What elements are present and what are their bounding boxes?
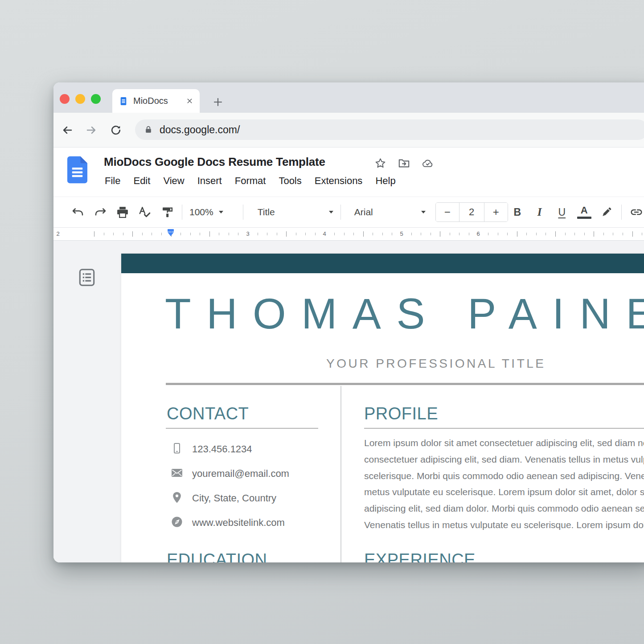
browser-tab[interactable]: MioDocs bbox=[112, 89, 200, 113]
menu-bar: File Edit View Insert Format Tools Exten… bbox=[105, 175, 396, 187]
toolbar-divider bbox=[621, 205, 622, 220]
forward-button[interactable] bbox=[85, 123, 98, 137]
profile-heading[interactable]: PROFILE bbox=[364, 405, 438, 422]
desktop-background: MioDocs docs bbox=[0, 0, 644, 644]
contact-email-row[interactable]: youremail@email.com bbox=[171, 467, 289, 480]
menu-file[interactable]: File bbox=[105, 175, 120, 187]
docs-header: MioDocs Google Docs Resume Template File… bbox=[53, 148, 644, 197]
column-divider bbox=[340, 386, 341, 562]
font-size-decrease-button[interactable]: − bbox=[436, 203, 459, 222]
chevron-down-icon bbox=[421, 211, 426, 213]
ruler: 1 2 3 4 5 6 bbox=[53, 228, 644, 241]
star-icon[interactable] bbox=[374, 157, 386, 169]
bold-button[interactable]: B bbox=[510, 205, 525, 220]
url-text[interactable]: docs.google.com/ bbox=[160, 124, 240, 136]
redo-icon[interactable] bbox=[93, 205, 108, 220]
tab-title: MioDocs bbox=[133, 96, 186, 106]
underline-button[interactable]: U bbox=[554, 205, 570, 220]
highlight-button[interactable] bbox=[599, 205, 614, 220]
contact-phone-row[interactable]: 123.456.1234 bbox=[171, 443, 289, 456]
chevron-down-icon bbox=[329, 211, 333, 213]
docs-favicon-icon bbox=[119, 96, 127, 106]
page-accent-band bbox=[121, 254, 644, 273]
style-value[interactable]: Title bbox=[258, 207, 275, 217]
toolbar-divider bbox=[243, 205, 243, 220]
document-canvas: THOMAS PAINE YOUR PROFESSIONAL TITLE CON… bbox=[53, 241, 644, 562]
text-color-button[interactable]: A bbox=[577, 205, 592, 220]
profile-line[interactable]: metus vulputate eu scelerisque. Lorem ip… bbox=[364, 484, 644, 500]
profile-line[interactable]: adipiscing elit, sed diam dolor. Morbi q… bbox=[364, 500, 644, 517]
menu-format[interactable]: Format bbox=[235, 175, 266, 187]
indent-marker[interactable] bbox=[168, 229, 174, 236]
traffic-light-close[interactable] bbox=[60, 94, 70, 104]
profile-line[interactable]: Lorem ipsum dolor sit amet consectetuer … bbox=[364, 435, 644, 451]
tab-strip: MioDocs bbox=[53, 82, 644, 113]
menu-view[interactable]: View bbox=[163, 175, 184, 187]
contact-list: 123.456.1234 youremail@email.com City, S… bbox=[171, 443, 289, 529]
resume-name[interactable]: THOMAS PAINE bbox=[165, 289, 644, 338]
menu-help[interactable]: Help bbox=[375, 175, 395, 187]
docs-app-icon[interactable] bbox=[67, 156, 87, 185]
phone-icon bbox=[171, 443, 183, 456]
text-color-swatch bbox=[577, 217, 591, 219]
cloud-status-icon[interactable] bbox=[421, 157, 435, 169]
font-size-value[interactable]: 2 bbox=[459, 203, 484, 222]
browser-navbar: docs.google.com/ bbox=[53, 113, 644, 148]
font-select[interactable]: Arial bbox=[354, 207, 426, 217]
resume-professional-title[interactable]: YOUR PROFESSIONAL TITLE bbox=[326, 357, 546, 371]
contact-website[interactable]: www.websitelink.com bbox=[192, 517, 285, 529]
contact-location[interactable]: City, State, Country bbox=[192, 492, 276, 504]
zoom-value[interactable]: 100% bbox=[189, 207, 213, 217]
website-icon bbox=[171, 516, 183, 529]
undo-icon[interactable] bbox=[70, 205, 86, 220]
contact-email[interactable]: youremail@email.com bbox=[192, 468, 289, 480]
zoom-select[interactable]: 100% bbox=[189, 207, 223, 217]
ruler-number: 3 bbox=[243, 230, 252, 238]
contact-underline bbox=[166, 428, 318, 429]
paint-format-icon[interactable] bbox=[160, 205, 175, 220]
experience-heading[interactable]: EXPERIENCE bbox=[364, 551, 476, 562]
paragraph-style-select[interactable]: Title bbox=[258, 207, 333, 217]
spellcheck-icon[interactable] bbox=[137, 205, 152, 220]
insert-link-button[interactable] bbox=[629, 205, 644, 220]
contact-website-row[interactable]: www.websitelink.com bbox=[171, 516, 289, 529]
lock-icon[interactable] bbox=[144, 124, 153, 135]
address-bar[interactable]: docs.google.com/ bbox=[135, 119, 644, 140]
profile-line[interactable]: consectetuer adipiscing elit, sed diam. … bbox=[364, 451, 644, 468]
font-size-increase-button[interactable]: + bbox=[484, 203, 508, 222]
font-value[interactable]: Arial bbox=[354, 207, 373, 217]
menu-tools[interactable]: Tools bbox=[279, 175, 301, 187]
new-tab-button[interactable] bbox=[212, 96, 224, 108]
education-heading[interactable]: EDUCATION bbox=[167, 551, 267, 562]
contact-location-row[interactable]: City, State, Country bbox=[171, 492, 289, 505]
reload-button[interactable] bbox=[109, 123, 123, 137]
contact-heading[interactable]: CONTACT bbox=[167, 405, 249, 422]
move-folder-icon[interactable] bbox=[398, 157, 410, 169]
menu-edit[interactable]: Edit bbox=[133, 175, 150, 187]
menu-insert[interactable]: Insert bbox=[197, 175, 222, 187]
ruler-number: 6 bbox=[474, 230, 483, 238]
traffic-light-maximize[interactable] bbox=[91, 94, 101, 104]
tab-close-icon[interactable] bbox=[186, 97, 193, 105]
menu-extensions[interactable]: Extensions bbox=[315, 175, 363, 187]
profile-line[interactable]: Venenatis tellus in metus vulputate eu s… bbox=[364, 517, 644, 533]
document-outline-icon[interactable] bbox=[79, 269, 95, 288]
toolbar-divider bbox=[340, 205, 341, 220]
traffic-light-minimize[interactable] bbox=[75, 94, 85, 104]
document-page[interactable]: THOMAS PAINE YOUR PROFESSIONAL TITLE CON… bbox=[121, 254, 644, 562]
browser-window: MioDocs docs bbox=[53, 82, 644, 562]
document-title[interactable]: MioDocs Google Docs Resume Template bbox=[104, 155, 325, 169]
ruler-number: 5 bbox=[397, 230, 406, 238]
profile-paragraph[interactable]: Lorem ipsum dolor sit amet consectetuer … bbox=[364, 435, 644, 533]
location-icon bbox=[171, 492, 183, 505]
header-rule bbox=[166, 383, 644, 385]
ruler-number: 2 bbox=[53, 230, 62, 238]
back-button[interactable] bbox=[60, 123, 74, 137]
font-size-stepper: − 2 + bbox=[435, 202, 508, 222]
contact-phone[interactable]: 123.456.1234 bbox=[192, 443, 252, 455]
print-icon[interactable] bbox=[115, 205, 130, 220]
italic-button[interactable]: I bbox=[532, 205, 547, 220]
toolbar-divider bbox=[182, 205, 182, 220]
profile-line[interactable]: scelerisque. Morbi quis commodo odio aen… bbox=[364, 468, 644, 484]
ruler-number: 4 bbox=[320, 230, 329, 238]
